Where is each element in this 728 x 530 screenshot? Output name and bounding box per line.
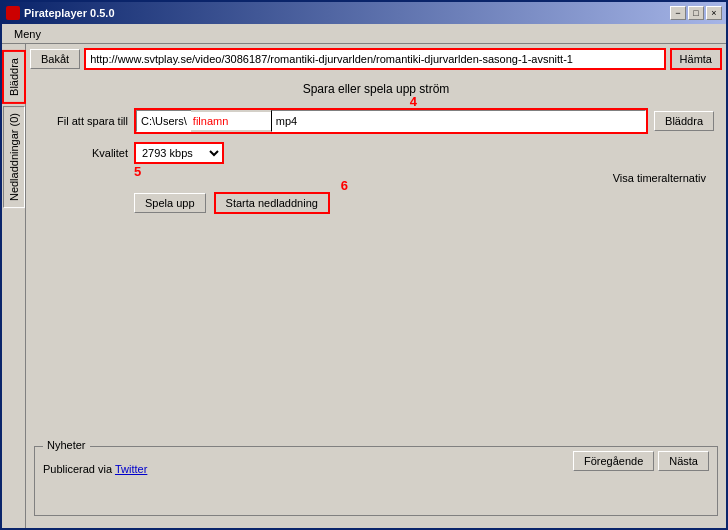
annotation-2: 2 <box>376 44 383 47</box>
twitter-link[interactable]: Twitter <box>115 463 147 475</box>
action-row-container: Spela upp Starta nedladdning 6 <box>38 192 714 214</box>
maximize-button[interactable]: □ <box>688 6 704 20</box>
file-row-container: 4 Fil att spara till C:\Users\ mp4 Blädd… <box>38 108 714 134</box>
quality-select[interactable]: 2793 kbps 1000 kbps 500 kbps <box>134 142 224 164</box>
close-button[interactable]: × <box>706 6 722 20</box>
timer-label: Visa timeralternativ <box>613 172 706 184</box>
quality-select-wrapper: 2793 kbps 1000 kbps 500 kbps 5 <box>134 142 224 164</box>
news-prefix: Publicerad via <box>43 463 115 475</box>
application-window: Pirateplayer 0.5.0 − □ × Meny Bläddra Ne… <box>0 0 728 530</box>
sidebar-tab-bladd[interactable]: Bläddra <box>2 50 26 104</box>
toolbar-container: 2 3 Bakåt Hämta <box>30 48 722 74</box>
play-button[interactable]: Spela upp <box>134 193 206 213</box>
menubar: Meny <box>2 24 726 44</box>
annotation-6: 6 <box>341 178 348 193</box>
quality-label: Kvalitet <box>38 147 128 159</box>
back-button[interactable]: Bakåt <box>30 49 80 69</box>
annotation-5: 5 <box>134 164 141 179</box>
annotation-4: 4 <box>410 94 417 109</box>
file-path-wrapper: C:\Users\ mp4 <box>134 108 648 134</box>
download-btn-wrapper: Starta nedladdning 6 <box>214 192 330 214</box>
quality-row: Kvalitet 2793 kbps 1000 kbps 500 kbps 5 <box>38 142 714 164</box>
section-title: Spara eller spela upp ström <box>30 82 722 96</box>
file-name-input[interactable] <box>191 112 271 130</box>
next-button[interactable]: Nästa <box>658 451 709 471</box>
window-controls: − □ × <box>670 6 722 20</box>
browse-button[interactable]: Bläddra <box>654 111 714 131</box>
file-label: Fil att spara till <box>38 115 128 127</box>
sidebar: Bläddra Nedladdningar (0) <box>2 44 26 528</box>
window-title-group: Pirateplayer 0.5.0 <box>6 6 115 20</box>
content-area: 2 3 Bakåt Hämta Spara eller spela upp st… <box>26 44 726 528</box>
download-button[interactable]: Starta nedladdning <box>214 192 330 214</box>
annotation-3: 3 <box>715 44 722 47</box>
file-prefix: C:\Users\ <box>136 110 191 132</box>
news-container: Nyheter Föregående Nästa Publicerad via … <box>30 442 722 520</box>
sidebar-tab-nedladdningar[interactable]: Nedladdningar (0) <box>3 106 25 208</box>
file-row: Fil att spara till C:\Users\ mp4 Bläddra <box>38 108 714 134</box>
window-title: Pirateplayer 0.5.0 <box>24 7 115 19</box>
titlebar: Pirateplayer 0.5.0 − □ × <box>2 2 726 24</box>
news-nav: Föregående Nästa <box>573 451 709 471</box>
minimize-button[interactable]: − <box>670 6 686 20</box>
form-area: 4 Fil att spara till C:\Users\ mp4 Blädd… <box>30 104 722 277</box>
quality-row-container: Kvalitet 2793 kbps 1000 kbps 500 kbps 5 <box>38 142 714 164</box>
news-legend: Nyheter <box>43 439 90 451</box>
file-ext: mp4 <box>271 110 646 132</box>
fetch-button[interactable]: Hämta <box>670 48 722 70</box>
news-section: Nyheter Föregående Nästa Publicerad via … <box>34 446 718 516</box>
app-icon <box>6 6 20 20</box>
action-row: Spela upp Starta nedladdning 6 <box>134 192 714 214</box>
menu-meny[interactable]: Meny <box>6 26 49 42</box>
url-input[interactable] <box>84 48 665 70</box>
main-layout: Bläddra Nedladdningar (0) 2 3 Bakåt Hämt… <box>2 44 726 528</box>
spacer <box>30 277 722 442</box>
prev-button[interactable]: Föregående <box>573 451 654 471</box>
toolbar: Bakåt Hämta <box>30 48 722 70</box>
